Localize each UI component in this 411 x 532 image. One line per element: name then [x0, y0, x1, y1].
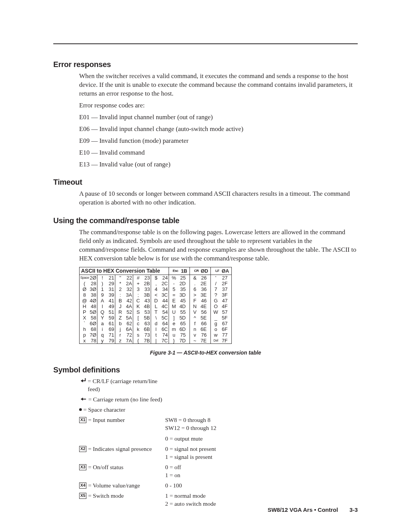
symbol-definitions: = CR/LF (carriage return/line feed)= Car…: [79, 377, 358, 508]
hex-cell: ,2C: [151, 281, 169, 286]
hex-cell: _5F: [211, 315, 231, 321]
footer-text: SW8/12 VGA Ars • Control: [268, 506, 338, 513]
variable-box: X5: [79, 493, 86, 499]
hex-cell: #23: [133, 275, 151, 281]
hex-header-pair: Esc1B: [169, 267, 190, 275]
hex-cell: S53: [133, 309, 151, 315]
symbol-desc: = Input number: [88, 416, 125, 424]
symbol-desc: = Volume value/range: [88, 482, 140, 490]
symbol-row: = Space character: [79, 406, 358, 414]
error-code: E01 — Invalid input channel number (out …: [79, 113, 358, 122]
hex-cell: s73: [133, 332, 151, 338]
symbol-desc: = Carriage return (no line feed): [88, 396, 162, 404]
symbol-values: 0 - 100: [165, 482, 358, 490]
hex-cell: V56: [190, 309, 210, 315]
hex-cell: &26: [190, 275, 210, 281]
variable-box: X4: [79, 482, 86, 489]
hex-column: Space2Ø(28Ø3Ø838@4ØH48P5ØX58`6Øh68p7Øx78: [80, 275, 97, 344]
variable-box: X3: [79, 464, 86, 470]
footer: SW8/12 VGA Ars • Control 3-3: [268, 506, 358, 514]
error-code: E06 — Invalid input channel change (auto…: [79, 125, 358, 134]
cmdresp-body: The command/response table is on the fol…: [79, 228, 358, 263]
hex-cell: M4D: [169, 304, 190, 309]
hex-header-pair: LFØA: [211, 267, 232, 275]
symbol-desc: = CR/LF (carriage return/line feed): [88, 377, 165, 393]
hex-column: #23+2B333;3BC43K4BS53[5Bc63k6Bs73{7B: [133, 275, 151, 344]
hex-cell: p7Ø: [80, 332, 97, 338]
top-rule: [53, 43, 358, 44]
hex-cell: K4B: [133, 304, 151, 309]
symbol-desc: = On/off status: [88, 463, 123, 471]
hex-cell: 535: [169, 286, 190, 292]
crlf-icon: [79, 378, 86, 383]
hex-cell: '27: [211, 275, 231, 281]
hex-cell: =3D: [169, 292, 190, 298]
symbol-row: = CR/LF (carriage return/line feed): [79, 377, 358, 393]
hex-cell: I49: [97, 304, 115, 309]
hex-cell: 434: [151, 286, 169, 292]
hex-cell: Space2Ø: [80, 275, 97, 281]
hex-cell: Z5A: [115, 315, 133, 321]
hex-cell: x78: [80, 338, 97, 343]
hex-cell: P5Ø: [80, 309, 97, 315]
hex-cell: W57: [211, 309, 231, 315]
hex-header-pair: CRØD: [190, 267, 211, 275]
hex-cell: /2F: [211, 281, 231, 286]
hex-cell: F46: [190, 298, 210, 304]
symbol-values: 1 = normal mode2 = auto switch mode: [165, 492, 358, 508]
hex-cell: [5B: [133, 315, 151, 321]
hex-cell: Y59: [97, 315, 115, 321]
hex-cell: h68: [80, 326, 97, 332]
hex-cell: %25: [169, 275, 190, 281]
symbol-desc: = Space character: [83, 406, 125, 414]
hex-cell: T54: [151, 309, 169, 315]
hex-cell: N4E: [190, 304, 210, 309]
hex-column: !21)29131939A41I49Q51Y59a61i69q71y79: [97, 275, 115, 344]
error-codes-intro: Error response codes are:: [79, 101, 358, 110]
hex-cell: X58: [80, 315, 97, 321]
hex-cell: t74: [151, 332, 169, 338]
hex-cell: Del7F: [211, 338, 231, 343]
hex-cell: 333: [133, 286, 151, 292]
hex-column: $24,2C434<3CD44L4CT54\5Cd64l6Ct74|7C: [151, 275, 169, 344]
hex-cell: {7B: [133, 338, 151, 343]
hex-cell: `6Ø: [80, 321, 97, 326]
hex-cell: 636: [190, 286, 210, 292]
hex-column: &26.2E636>3EF46N4EV56^5Ef66n6Ev76~7E: [190, 275, 211, 344]
hex-column: "22*2A232:3AB42J4AR52Z5Ab62j6Ar72z7A: [115, 275, 133, 344]
hex-cell: v76: [190, 332, 210, 338]
figure-caption: Figure 3-1 — ASCII-to-HEX conversion tab…: [53, 349, 358, 356]
hex-cell: d64: [151, 321, 169, 326]
hex-cell: <3C: [151, 292, 169, 298]
hex-cell: R52: [115, 309, 133, 315]
variable-box: X1: [79, 417, 86, 423]
error-intro: When the switcher receives a valid comma…: [79, 72, 358, 98]
timeout-body: A pause of 10 seconds or longer between …: [79, 190, 358, 207]
hex-cell: l6C: [151, 326, 169, 332]
hex-cell: D44: [151, 298, 169, 304]
hex-cell: :3A: [115, 292, 133, 298]
heading-error-responses: Error responses: [53, 59, 358, 70]
heading-cmdresp: Using the command/response table: [53, 216, 358, 226]
hex-cell: -2D: [169, 281, 190, 286]
symbol-values: SW8 = 0 through 8SW12 = 0 through 120 = …: [165, 416, 358, 443]
symbol-row: = Carriage return (no line feed): [79, 396, 358, 404]
hex-cell: U55: [169, 309, 190, 315]
page-number: 3-3: [349, 506, 358, 513]
symbol-row: X2 = Indicates signal presence0 = signal…: [79, 445, 358, 461]
hex-cell: b62: [115, 321, 133, 326]
hex-cell: f66: [190, 321, 210, 326]
hex-cell: u75: [169, 332, 190, 338]
hex-cell: 939: [97, 292, 115, 298]
hex-cell: }7D: [169, 338, 190, 343]
hex-table-title: ASCII to HEX Conversion Table: [80, 267, 169, 275]
hex-cell: q71: [97, 332, 115, 338]
symbol-row: X1 = Input numberSW8 = 0 through 8SW12 =…: [79, 416, 358, 443]
hex-cell: ~7E: [190, 338, 210, 343]
space-dot-icon: [79, 408, 82, 411]
hex-cell: Ø3Ø: [80, 286, 97, 292]
hex-cell: )29: [97, 281, 115, 286]
hex-cell: (28: [80, 281, 97, 286]
symbol-values: 0 = off1 = on: [165, 463, 358, 479]
hex-cell: !21: [97, 275, 115, 281]
